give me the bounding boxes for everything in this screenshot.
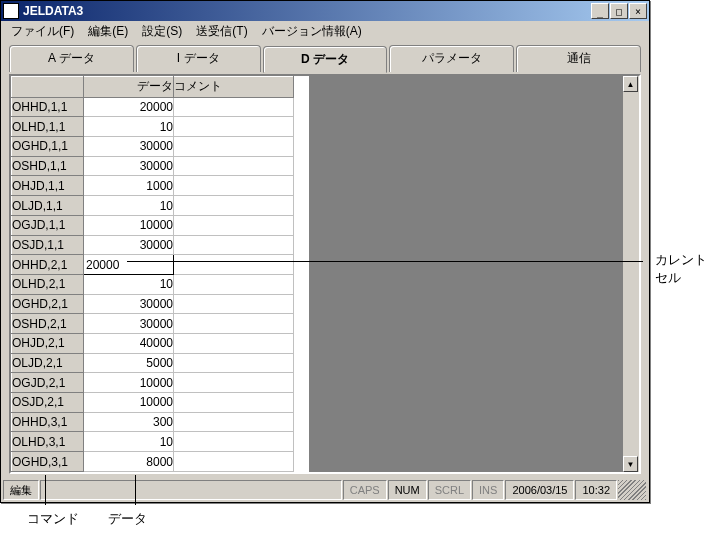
cell-comment[interactable] (174, 176, 294, 196)
table-row[interactable]: OLHD,1,110 (12, 117, 294, 137)
cell-comment[interactable] (174, 137, 294, 157)
table-row[interactable]: OLJD,2,15000 (12, 353, 294, 373)
table-row[interactable]: OGJD,1,110000 (12, 215, 294, 235)
table-row[interactable]: OGJD,2,110000 (12, 373, 294, 393)
titlebar[interactable]: JELDATA3 _ □ × (1, 1, 649, 21)
cell-comment[interactable] (174, 196, 294, 216)
cell-data[interactable]: 5000 (84, 353, 174, 373)
minimize-button[interactable]: _ (591, 3, 609, 19)
cell-data[interactable]: 8000 (84, 452, 174, 472)
table-row[interactable]: OHHD,3,1300 (12, 412, 294, 432)
tab-param[interactable]: パラメータ (389, 45, 514, 72)
cell-cmd[interactable]: OHHD,1,1 (12, 97, 84, 117)
cell-data[interactable]: 10000 (84, 393, 174, 413)
cell-comment[interactable] (174, 452, 294, 472)
cell-data[interactable]: 10 (84, 432, 174, 452)
table-row[interactable]: OHJD,2,140000 (12, 333, 294, 353)
cell-cmd[interactable]: OHHD,3,1 (12, 412, 84, 432)
cell-data-editing[interactable]: 20000 (84, 255, 174, 275)
menu-version[interactable]: バージョン情報(A) (256, 21, 368, 42)
cell-cmd[interactable]: OHJD,2,1 (12, 333, 84, 353)
cell-data[interactable]: 300 (84, 412, 174, 432)
cell-cmd[interactable]: OGHD,2,1 (12, 294, 84, 314)
cell-data[interactable]: 10 (84, 274, 174, 294)
cell-data[interactable]: 10 (84, 196, 174, 216)
cell-comment[interactable] (174, 117, 294, 137)
table-row[interactable]: OLHD,2,110 (12, 274, 294, 294)
cell-comment[interactable] (174, 333, 294, 353)
table-row[interactable]: OHHD,1,120000 (12, 97, 294, 117)
cell-cmd[interactable]: OHHD,2,1 (12, 255, 84, 275)
cell-cmd[interactable]: OGJD,2,1 (12, 373, 84, 393)
cell-comment[interactable] (174, 255, 294, 275)
cell-comment[interactable] (174, 393, 294, 413)
cell-cmd[interactable]: OSJD,1,1 (12, 235, 84, 255)
menu-file[interactable]: ファイル(F) (5, 21, 80, 42)
tab-a-data[interactable]: A データ (9, 45, 134, 72)
cell-comment[interactable] (174, 314, 294, 334)
cell-comment[interactable] (174, 353, 294, 373)
menu-edit[interactable]: 編集(E) (82, 21, 134, 42)
cell-comment[interactable] (174, 412, 294, 432)
menu-send[interactable]: 送受信(T) (190, 21, 253, 42)
close-button[interactable]: × (629, 3, 647, 19)
cell-cmd[interactable]: OGJD,1,1 (12, 215, 84, 235)
cell-cmd[interactable]: OLHD,3,1 (12, 432, 84, 452)
table-row[interactable]: OGHD,1,130000 (12, 137, 294, 157)
tab-comm[interactable]: 通信 (516, 45, 641, 72)
scroll-down-button[interactable]: ▼ (623, 456, 638, 472)
grid-header-cmd[interactable] (12, 77, 84, 98)
cell-cmd[interactable]: OGHD,1,1 (12, 137, 84, 157)
tab-i-data[interactable]: I データ (136, 45, 261, 72)
status-ins: INS (472, 480, 504, 500)
cell-cmd[interactable]: OHJD,1,1 (12, 176, 84, 196)
table-row[interactable]: OHHD,2,120000 (12, 255, 294, 275)
table-row[interactable]: OSJD,1,130000 (12, 235, 294, 255)
cell-data[interactable]: 30000 (84, 156, 174, 176)
cell-comment[interactable] (174, 294, 294, 314)
cell-data[interactable]: 30000 (84, 314, 174, 334)
cell-cmd[interactable]: OSHD,1,1 (12, 156, 84, 176)
grid-header-comment[interactable]: コメント (174, 77, 294, 98)
table-row[interactable]: OSHD,2,130000 (12, 314, 294, 334)
table-row[interactable]: OSHD,1,130000 (12, 156, 294, 176)
cell-comment[interactable] (174, 215, 294, 235)
cell-data[interactable]: 10 (84, 117, 174, 137)
vertical-scrollbar[interactable]: ▲ ▼ (622, 76, 639, 472)
data-grid[interactable]: データ コメント OHHD,1,120000OLHD,1,110OGHD,1,1… (11, 76, 294, 472)
cell-cmd[interactable]: OLHD,2,1 (12, 274, 84, 294)
cell-data[interactable]: 40000 (84, 333, 174, 353)
cell-data[interactable]: 30000 (84, 235, 174, 255)
table-row[interactable]: OGHD,3,18000 (12, 452, 294, 472)
menu-settings[interactable]: 設定(S) (136, 21, 188, 42)
maximize-button[interactable]: □ (610, 3, 628, 19)
cell-data[interactable]: 10000 (84, 373, 174, 393)
cell-comment[interactable] (174, 274, 294, 294)
cell-cmd[interactable]: OLJD,1,1 (12, 196, 84, 216)
table-row[interactable]: OGHD,2,130000 (12, 294, 294, 314)
cell-data[interactable]: 30000 (84, 137, 174, 157)
grid-header-data[interactable]: データ (84, 77, 174, 98)
cell-comment[interactable] (174, 156, 294, 176)
cell-comment[interactable] (174, 235, 294, 255)
cell-cmd[interactable]: OSHD,2,1 (12, 314, 84, 334)
cell-cmd[interactable]: OSJD,2,1 (12, 393, 84, 413)
scroll-up-button[interactable]: ▲ (623, 76, 638, 92)
table-row[interactable]: OSJD,2,110000 (12, 393, 294, 413)
cell-cmd[interactable]: OLHD,1,1 (12, 117, 84, 137)
table-row[interactable]: OLJD,1,110 (12, 196, 294, 216)
cell-comment[interactable] (174, 432, 294, 452)
cell-data[interactable]: 10000 (84, 215, 174, 235)
table-row[interactable]: OLHD,3,110 (12, 432, 294, 452)
resize-grip-icon[interactable] (618, 480, 646, 500)
cell-data[interactable]: 20000 (84, 97, 174, 117)
cell-comment[interactable] (174, 97, 294, 117)
table-row[interactable]: OHJD,1,11000 (12, 176, 294, 196)
status-mode: 編集 (3, 480, 39, 500)
cell-cmd[interactable]: OLJD,2,1 (12, 353, 84, 373)
cell-comment[interactable] (174, 373, 294, 393)
cell-data[interactable]: 1000 (84, 176, 174, 196)
cell-data[interactable]: 30000 (84, 294, 174, 314)
tab-d-data[interactable]: D データ (263, 46, 388, 73)
cell-cmd[interactable]: OGHD,3,1 (12, 452, 84, 472)
